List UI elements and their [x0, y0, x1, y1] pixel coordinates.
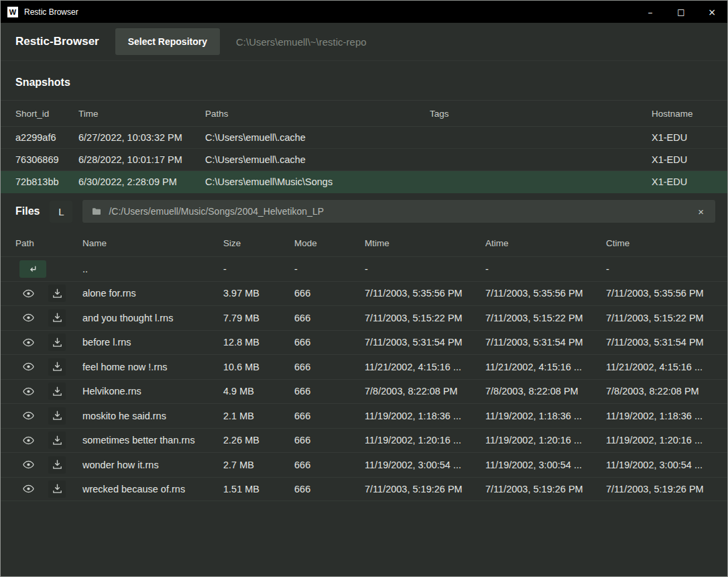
file-ctime: 7/11/2003, 5:35:56 PM	[606, 288, 713, 299]
file-mtime: 11/21/2002, 4:15:16 ...	[365, 362, 485, 372]
file-row[interactable]: moskito he said.rns 2.1 MB 666 11/19/200…	[1, 403, 727, 428]
app-name: Restic-Browser	[15, 35, 99, 48]
col-name: Name	[82, 238, 223, 248]
file-size: 2.26 MB	[223, 435, 294, 445]
file-mode: 666	[294, 411, 365, 421]
close-button[interactable]: ×	[696, 1, 727, 23]
eye-icon	[22, 458, 35, 471]
preview-file-button[interactable]	[19, 382, 37, 400]
app-window: W Restic Browser – □ × Restic-Browser Se…	[0, 0, 728, 577]
file-ctime: 7/11/2003, 5:15:22 PM	[606, 313, 713, 323]
file-ctime: 7/11/2003, 5:19:26 PM	[606, 484, 713, 494]
eye-icon	[22, 482, 35, 495]
snapshot-hostname: X1-EDU	[652, 132, 713, 143]
go-up-button[interactable]	[19, 260, 46, 278]
file-size: 7.79 MB	[223, 313, 294, 323]
download-file-button[interactable]	[48, 309, 66, 327]
file-row[interactable]: alone for.rns 3.97 MB 666 7/11/2003, 5:3…	[1, 281, 727, 306]
titlebar: W Restic Browser – □ ×	[1, 1, 727, 23]
file-size: 3.97 MB	[223, 288, 294, 299]
download-file-button[interactable]	[48, 456, 66, 474]
file-ctime: 11/19/2002, 3:00:54 ...	[606, 460, 713, 470]
col-hostname: Hostname	[652, 109, 713, 119]
download-icon	[52, 361, 63, 372]
col-tags: Tags	[430, 109, 652, 119]
file-mode: 666	[294, 484, 365, 494]
file-name: alone for.rns	[82, 288, 223, 299]
clear-path-button[interactable]: ×	[695, 205, 707, 219]
download-icon	[52, 288, 63, 299]
download-file-button[interactable]	[48, 431, 66, 449]
download-file-button[interactable]	[48, 333, 66, 351]
file-row[interactable]: Helvikone.rns 4.9 MB 666 7/8/2003, 8:22:…	[1, 379, 727, 404]
snapshot-hostname: X1-EDU	[652, 176, 713, 187]
preview-file-button[interactable]	[19, 309, 37, 327]
preview-file-button[interactable]	[19, 456, 37, 474]
parent-dir-row[interactable]: .. - - - - -	[1, 256, 727, 281]
file-size: 12.8 MB	[223, 337, 294, 348]
snapshot-paths: C:\Users\emuell\Music\Songs	[205, 176, 430, 187]
file-row[interactable]: and you thought l.rns 7.79 MB 666 7/11/2…	[1, 305, 727, 330]
file-ctime: 7/8/2003, 8:22:08 PM	[606, 386, 713, 397]
file-mtime: 7/11/2003, 5:19:26 PM	[365, 484, 485, 494]
files-table-header: Path Name Size Mode Mtime Atime Ctime	[1, 229, 727, 256]
snapshot-time: 6/28/2022, 10:01:17 PM	[78, 154, 205, 165]
minimize-button[interactable]: –	[635, 1, 666, 23]
download-file-button[interactable]	[48, 480, 66, 498]
files-section-title: Files	[15, 205, 40, 217]
list-mode-button[interactable]: L	[50, 201, 72, 223]
file-mode: 666	[294, 362, 365, 372]
file-name: Helvikone.rns	[82, 386, 223, 397]
snapshot-row[interactable]: 76306869 6/28/2022, 10:01:17 PM C:\Users…	[1, 149, 727, 171]
file-mtime: 7/8/2003, 8:22:08 PM	[365, 386, 485, 397]
preview-file-button[interactable]	[19, 333, 37, 351]
preview-file-button[interactable]	[19, 407, 37, 425]
preview-file-button[interactable]	[19, 284, 37, 302]
col-mtime: Mtime	[365, 238, 485, 248]
download-file-button[interactable]	[48, 382, 66, 400]
col-paths: Paths	[205, 109, 430, 119]
file-path-bar[interactable]: /C:/Users/emuell/Music/Songs/2004_Helvet…	[82, 200, 715, 223]
file-row[interactable]: sometimes better than.rns 2.26 MB 666 11…	[1, 428, 727, 453]
download-file-button[interactable]	[48, 284, 66, 302]
download-icon	[52, 459, 63, 470]
eye-icon	[22, 385, 35, 398]
file-ctime: 11/21/2002, 4:15:16 ...	[606, 362, 713, 372]
snapshots-table-header: Short_id Time Paths Tags Hostname	[1, 100, 727, 127]
download-file-button[interactable]	[48, 407, 66, 425]
file-ctime: 11/19/2002, 1:20:16 ...	[606, 435, 713, 445]
file-atime: 7/11/2003, 5:15:22 PM	[485, 313, 606, 323]
file-row[interactable]: wonder how it.rns 2.7 MB 666 11/19/2002,…	[1, 452, 727, 477]
eye-icon	[22, 336, 35, 349]
snapshot-short-id: 72b813bb	[15, 176, 78, 187]
download-icon	[52, 483, 63, 494]
preview-file-button[interactable]	[19, 431, 37, 449]
preview-file-button[interactable]	[19, 480, 37, 498]
maximize-button[interactable]: □	[666, 1, 696, 23]
folder-icon	[91, 206, 102, 217]
file-mtime: 7/11/2003, 5:15:22 PM	[365, 313, 485, 323]
file-size: 2.7 MB	[223, 460, 294, 470]
file-mtime: 7/11/2003, 5:31:54 PM	[365, 337, 485, 348]
snapshot-row-selected[interactable]: 72b813bb 6/30/2022, 2:28:09 PM C:\Users\…	[1, 171, 727, 193]
file-atime: 7/11/2003, 5:35:56 PM	[485, 288, 606, 299]
file-size: -	[223, 264, 294, 274]
snapshot-time: 6/30/2022, 2:28:09 PM	[78, 176, 205, 187]
select-repository-button[interactable]: Select Repository	[115, 28, 220, 55]
file-row[interactable]: wrecked because of.rns 1.51 MB 666 7/11/…	[1, 477, 727, 502]
file-row[interactable]: feel home now !.rns 10.6 MB 666 11/21/20…	[1, 354, 727, 379]
file-atime: -	[485, 264, 606, 274]
file-atime: 7/11/2003, 5:31:54 PM	[485, 337, 606, 348]
snapshot-short-id: 76306869	[15, 154, 78, 165]
file-size: 10.6 MB	[223, 362, 294, 372]
window-controls: – □ ×	[635, 1, 727, 23]
download-file-button[interactable]	[48, 358, 66, 376]
file-atime: 11/19/2002, 3:00:54 ...	[485, 460, 606, 470]
preview-file-button[interactable]	[19, 358, 37, 376]
file-name: and you thought l.rns	[82, 313, 223, 323]
file-row[interactable]: before l.rns 12.8 MB 666 7/11/2003, 5:31…	[1, 330, 727, 355]
download-icon	[52, 435, 63, 446]
file-mode: 666	[294, 288, 365, 299]
file-size: 2.1 MB	[223, 411, 294, 421]
snapshot-row[interactable]: a2299af6 6/27/2022, 10:03:32 PM C:\Users…	[1, 127, 727, 149]
